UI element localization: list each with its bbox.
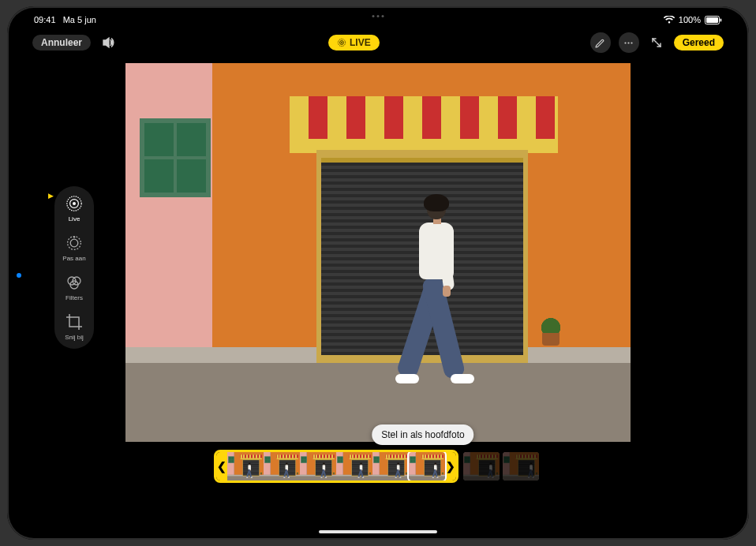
fullscreen-button[interactable]	[647, 33, 666, 52]
edit-toolbar: Annuleer LIVE Gereed	[7, 30, 749, 55]
done-button-label: Gereed	[683, 37, 715, 48]
svg-point-14	[73, 236, 75, 237]
svg-point-6	[625, 42, 627, 43]
side-indicator-dot	[17, 273, 21, 278]
live-target-icon	[65, 194, 84, 213]
filmstrip-frame-outside[interactable]	[503, 452, 539, 481]
tool-adjust-label: Pas aan	[62, 255, 85, 262]
multitask-dots[interactable]	[372, 15, 384, 17]
fullscreen-icon	[650, 36, 663, 49]
svg-rect-2	[720, 18, 722, 21]
more-button[interactable]	[619, 32, 639, 53]
volume-button[interactable]	[99, 33, 118, 52]
wifi-icon	[664, 16, 675, 24]
ipad-photos-edit-screen: 09:41 Ma 5 jun 100% Annuleer	[7, 6, 749, 540]
status-time: 09:41	[34, 15, 56, 24]
filmstrip-frames	[227, 452, 445, 481]
live-badge-label: LIVE	[350, 37, 371, 48]
tool-filters[interactable]: Filters	[65, 273, 84, 301]
svg-point-8	[631, 42, 633, 43]
trim-handle-left[interactable]: ❮	[216, 452, 227, 481]
more-icon	[623, 37, 634, 49]
tool-crop-label: Snij bij	[65, 334, 84, 341]
filmstrip-frame[interactable]	[409, 452, 445, 481]
status-left: 09:41 Ma 5 jun	[34, 15, 96, 24]
tool-filters-label: Filters	[65, 294, 83, 301]
svg-point-11	[73, 202, 76, 205]
live-badge[interactable]: LIVE	[328, 35, 380, 50]
edit-side-toolbar: Live Pas aan Filters Snij bij	[54, 186, 94, 349]
side-tool-active-caret: ▶	[48, 192, 54, 200]
set-key-photo-button[interactable]: Stel in als hoofdfoto	[372, 424, 473, 445]
home-indicator[interactable]	[319, 530, 437, 533]
photo-preview[interactable]	[125, 63, 631, 442]
filmstrip-frame[interactable]	[227, 452, 264, 481]
tool-live[interactable]: Live	[65, 194, 84, 223]
filmstrip-frames-outside	[463, 452, 542, 481]
svg-rect-1	[706, 17, 718, 23]
live-target-icon	[337, 38, 346, 47]
markup-icon	[594, 37, 606, 49]
tool-adjust[interactable]: Pas aan	[62, 234, 85, 262]
filmstrip-frame[interactable]	[372, 452, 409, 481]
photo-content	[125, 63, 631, 442]
svg-point-13	[70, 239, 78, 247]
filmstrip-trim-range[interactable]: ❮ ❯	[214, 450, 458, 483]
volume-icon	[101, 36, 115, 50]
tool-crop[interactable]: Snij bij	[65, 312, 84, 341]
trim-handle-right[interactable]: ❯	[445, 452, 456, 481]
markup-button[interactable]	[590, 32, 611, 53]
filmstrip-frame[interactable]	[264, 452, 300, 481]
crop-icon	[65, 312, 84, 331]
status-right: 100%	[664, 15, 722, 24]
battery-icon	[705, 16, 722, 24]
svg-point-12	[68, 237, 81, 250]
tool-live-label: Live	[69, 215, 80, 223]
cancel-button-label: Annuleer	[41, 37, 82, 48]
filters-icon	[65, 273, 84, 292]
status-date: Ma 5 jun	[63, 15, 96, 24]
battery-percent: 100%	[679, 15, 701, 24]
filmstrip-frame[interactable]	[336, 452, 372, 481]
adjust-icon	[65, 234, 84, 252]
filmstrip-frame[interactable]	[300, 452, 336, 481]
set-key-photo-label: Stel in als hoofdfoto	[381, 429, 464, 440]
cancel-button[interactable]: Annuleer	[32, 35, 91, 50]
filmstrip-frame-outside[interactable]	[463, 452, 500, 481]
live-photo-filmstrip: ❮ ❯	[214, 450, 542, 483]
svg-point-5	[341, 42, 342, 43]
done-button[interactable]: Gereed	[674, 35, 724, 50]
svg-point-7	[628, 42, 630, 43]
